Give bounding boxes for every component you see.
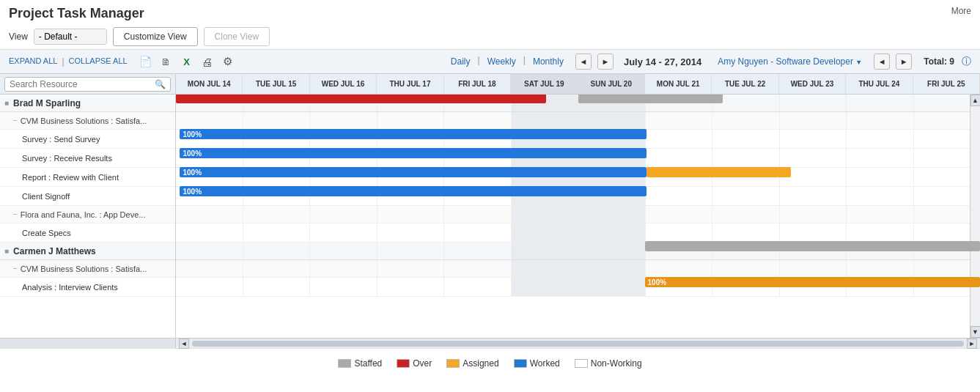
collapse-resource-icon[interactable]: ■ xyxy=(4,247,9,255)
worked-swatch xyxy=(514,359,527,368)
gantt-bar-report-blue: 100% xyxy=(180,167,646,177)
assigned-swatch xyxy=(446,359,460,368)
date-col-wed16: WED JUL 16 xyxy=(310,74,377,94)
over-swatch xyxy=(397,359,410,368)
chart-row-task4: 100% xyxy=(176,187,980,206)
action-bar: EXPAND ALL | COLLAPSE ALL 📄 🗎 X 🖨 ⚙ Dail… xyxy=(0,50,980,74)
scrollbar-up-button[interactable]: ▲ xyxy=(970,95,981,106)
gantt-left: 🔍 ■ Brad M Sparling − CVM Business Solut… xyxy=(0,74,176,338)
chart-row-task6: 100% xyxy=(176,278,980,297)
export-csv-button[interactable]: 🗎 xyxy=(158,53,174,70)
collapse-all-button[interactable]: COLLAPSE ALL xyxy=(69,56,128,67)
date-range: July 14 - 27, 2014 xyxy=(619,56,706,67)
chart-row-project3 xyxy=(176,260,980,278)
chart-row-brad xyxy=(176,95,980,112)
chart-row-task2: 100% xyxy=(176,149,980,168)
prev-date-button[interactable]: ◄ xyxy=(575,53,592,70)
gantt-bar-signoff: 100% xyxy=(180,186,646,196)
view-select[interactable]: - Default - My View Team View xyxy=(34,29,107,45)
next-resource-button[interactable]: ► xyxy=(896,53,912,70)
project-name-label: CVM Business Solutions : Satisfa... xyxy=(21,265,147,273)
gantt-bar-report-orange xyxy=(646,167,791,177)
project-row: − CVM Business Solutions : Satisfa... xyxy=(0,112,175,130)
daily-button[interactable]: Daily xyxy=(445,55,476,68)
legend-over: Over xyxy=(397,358,432,369)
csv-icon: 🗎 xyxy=(161,56,171,67)
weekly-button[interactable]: Weekly xyxy=(482,55,522,68)
period-buttons: Daily | Weekly | Monthly xyxy=(445,55,570,68)
pdf-icon: 📄 xyxy=(139,56,152,67)
chart-row-project1 xyxy=(176,112,980,130)
worked-label: Worked xyxy=(530,358,560,369)
chart-row-project2 xyxy=(176,206,980,223)
gantt-bar-survey-send: 100% xyxy=(180,129,646,139)
list-item: Survey : Send Survey xyxy=(0,130,175,149)
resource-name-label: Carmen J Matthews xyxy=(13,246,96,256)
nonworking-label: Non-Working xyxy=(591,358,642,369)
gantt-left-rows: ■ Brad M Sparling − CVM Business Solutio… xyxy=(0,95,175,338)
chart-body: 100% 100% 100% xyxy=(176,95,980,338)
more-link[interactable]: More xyxy=(951,6,971,16)
staffed-label: Staffed xyxy=(354,358,382,369)
gantt-bar-analysis: 100% xyxy=(645,277,980,287)
customize-view-button[interactable]: Customize View xyxy=(113,27,198,46)
task-name: Client Signoff xyxy=(22,192,70,201)
date-col-thu24: THU JUL 24 xyxy=(846,74,913,94)
print-button[interactable]: 🖨 xyxy=(199,53,215,70)
task-name: Report : Review with Client xyxy=(22,173,119,182)
date-col-sun20: SUN JUL 20 xyxy=(578,74,645,94)
search-resource-box[interactable]: 🔍 xyxy=(4,77,171,92)
expand-collapse-buttons: EXPAND ALL | COLLAPSE ALL xyxy=(9,56,128,67)
hscroll-left-button[interactable]: ◄ xyxy=(179,339,189,349)
toolbar: View - Default - My View Team View Custo… xyxy=(0,24,980,50)
search-icon: 🔍 xyxy=(155,79,166,89)
resource-row: ■ Brad M Sparling xyxy=(0,95,175,112)
task-name: Survey : Send Survey xyxy=(22,135,100,144)
hscroll-track[interactable]: ◄ ► xyxy=(176,339,980,348)
expand-all-button[interactable]: EXPAND ALL xyxy=(9,56,57,67)
horizontal-scrollbar: ◄ ► xyxy=(0,338,980,348)
scrollbar-down-button[interactable]: ▼ xyxy=(970,326,981,338)
collapse-project-icon[interactable]: − xyxy=(13,265,18,273)
date-col-mon21: MON JUL 21 xyxy=(645,74,712,94)
date-col-fri18: FRI JUL 18 xyxy=(444,74,511,94)
resource-name: Amy Nguyen - Software Developer xyxy=(718,56,853,67)
gantt-right: MON JUL 14 TUE JUL 15 WED JUL 16 THU JUL… xyxy=(176,74,980,338)
vertical-scrollbar[interactable]: ▲ ▼ xyxy=(970,95,980,338)
hscroll-thumb[interactable] xyxy=(192,341,964,347)
collapse-project-icon[interactable]: − xyxy=(13,210,18,218)
total-label: Total: 9 xyxy=(924,56,954,67)
legend-worked: Worked xyxy=(514,358,560,369)
date-col-fri25: FRI JUL 25 xyxy=(913,74,980,94)
clone-view-button[interactable]: Clone View xyxy=(204,27,270,46)
next-date-button[interactable]: ► xyxy=(597,53,614,70)
date-col-tue15: TUE JUL 15 xyxy=(243,74,309,94)
list-item: Report : Review with Client xyxy=(0,168,175,187)
settings-button[interactable]: ⚙ xyxy=(220,53,236,70)
gantt-bar-carmen-staffed xyxy=(645,241,980,251)
view-label: View xyxy=(9,32,28,42)
legend-assigned: Assigned xyxy=(446,358,498,369)
monthly-button[interactable]: Monthly xyxy=(527,55,570,68)
hscroll-right-button[interactable]: ► xyxy=(967,339,977,349)
search-resource-input[interactable] xyxy=(10,79,152,89)
collapse-resource-icon[interactable]: ■ xyxy=(4,99,9,107)
gear-icon: ⚙ xyxy=(223,55,232,68)
collapse-project-icon[interactable]: − xyxy=(13,117,18,125)
gantt-left-header: 🔍 xyxy=(0,74,175,95)
task-name: Analysis : Interview Clients xyxy=(22,283,118,292)
export-xls-button[interactable]: X xyxy=(179,53,195,70)
date-col-thu17: THU JUL 17 xyxy=(377,74,443,94)
resource-name-label: Brad M Sparling xyxy=(13,98,81,108)
page-title: Project Task Manager xyxy=(0,0,980,24)
list-item: Create Specs xyxy=(0,223,175,243)
resource-selector[interactable]: Amy Nguyen - Software Developer ▼ xyxy=(718,56,862,67)
list-item: Analysis : Interview Clients xyxy=(0,278,175,297)
staffed-swatch xyxy=(338,359,351,368)
xls-icon: X xyxy=(183,56,190,67)
info-icon[interactable]: ⓘ xyxy=(962,55,971,68)
date-col-mon14: MON JUL 14 xyxy=(176,74,243,94)
prev-resource-button[interactable]: ◄ xyxy=(874,53,890,70)
print-icon: 🖨 xyxy=(202,56,213,68)
export-pdf-button[interactable]: 📄 xyxy=(138,53,154,70)
